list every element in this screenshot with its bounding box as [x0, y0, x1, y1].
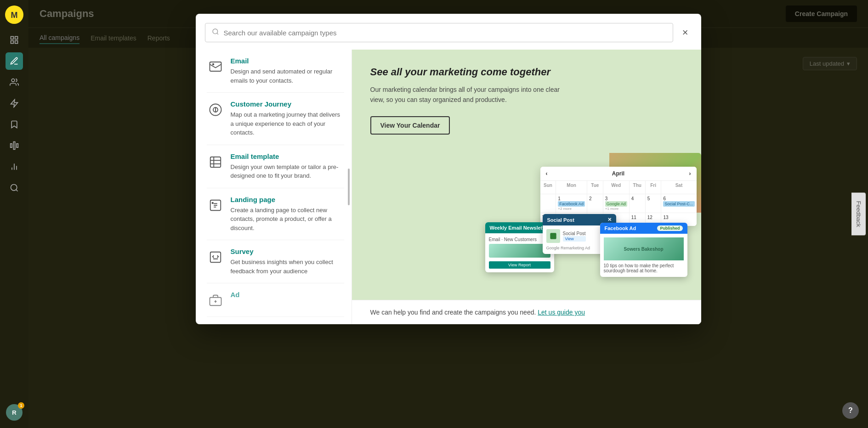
- social-card-header: Social Post ✕: [543, 214, 616, 225]
- sidebar-item-campaigns[interactable]: [6, 52, 23, 70]
- social-post-card: Social Post ✕ Social Post: [543, 214, 616, 254]
- svg-rect-5: [11, 41, 14, 44]
- template-type-text: Email template Design your own template …: [231, 152, 344, 180]
- fb-card-description: 10 tips on how to make the perfect sourd…: [604, 263, 684, 273]
- guide-link[interactable]: Let us guide you: [538, 309, 585, 316]
- svg-rect-32: [550, 233, 556, 239]
- cal-day-fri: Fri: [646, 181, 661, 194]
- cal-day-sat: Sat: [661, 181, 696, 194]
- social-card-extra: Google Remarketing Ad: [546, 246, 613, 250]
- landing-icon: [207, 197, 224, 214]
- modal-right-panel: See all your marketing come together Our…: [352, 50, 701, 324]
- svg-point-6: [11, 79, 15, 82]
- social-card-close-icon[interactable]: ✕: [607, 217, 612, 223]
- search-input-wrap: [205, 23, 673, 42]
- modal-body: Email Design and send automated or regul…: [196, 42, 701, 324]
- sidebar-item-search[interactable]: [6, 179, 23, 197]
- modal-search-bar: ×: [196, 14, 701, 42]
- svg-rect-2: [11, 37, 14, 39]
- promo-heading: See all your marketing come together: [370, 66, 563, 78]
- weekly-view-report-button[interactable]: View Report: [489, 261, 550, 269]
- campaign-type-email[interactable]: Email Design and send automated or regul…: [207, 50, 344, 93]
- promo-content: See all your marketing come together Our…: [370, 66, 563, 135]
- sidebar-item-reports[interactable]: [6, 158, 23, 175]
- sidebar-item-content[interactable]: [6, 116, 23, 133]
- facebook-ad-card: Facebook Ad Published Sowers Bakeshop 10…: [600, 223, 687, 277]
- scroll-indicator: [348, 169, 350, 205]
- svg-marker-7: [11, 100, 18, 107]
- social-card-body: Social Post View Google Remarketing Ad: [543, 225, 616, 254]
- fb-card-body: Sowers Bakeshop 10 tips on how to make t…: [600, 234, 687, 277]
- promo-body: Our marketing calendar brings all of you…: [370, 84, 563, 105]
- weekly-card-header: Weekly Email Newsletter: [485, 222, 554, 233]
- campaign-type-template[interactable]: Email template Design your own template …: [207, 145, 344, 188]
- svg-text:M: M: [11, 11, 18, 20]
- svg-point-19: [212, 64, 214, 65]
- modal-overlay[interactable]: × Email Design and sen: [28, 0, 868, 428]
- svg-rect-3: [15, 37, 18, 39]
- modal-close-button[interactable]: ×: [679, 26, 692, 39]
- social-card-type: Social Post: [563, 231, 586, 236]
- cal-day-thu: Thu: [630, 181, 645, 194]
- view-calendar-button[interactable]: View Your Calendar: [370, 116, 450, 135]
- avatar-initials: R: [12, 409, 16, 416]
- sidebar-item-integrations[interactable]: [6, 137, 23, 154]
- campaign-type-landing[interactable]: Landing page Create a landing page to co…: [207, 188, 344, 241]
- avatar[interactable]: R 1: [6, 404, 23, 421]
- weekly-email-card: Weekly Email Newsletter Email · New Cust…: [485, 222, 554, 272]
- svg-rect-8: [11, 144, 12, 147]
- email-type-text: Email Design and send automated or regul…: [231, 57, 344, 85]
- modal: × Email Design and sen: [196, 14, 701, 324]
- cal-grid: Sun Mon Tue Wed Thu Fri Sat 1Facebook Ad…: [540, 181, 697, 226]
- food-photo: [609, 153, 701, 213]
- cal-day-mon: Mon: [556, 181, 587, 194]
- social-post-title: Social Post: [547, 217, 574, 223]
- campaign-type-survey[interactable]: Survey Get business insights when you co…: [207, 240, 344, 283]
- cal-month-label: April: [612, 170, 624, 177]
- sidebar-item-dashboard[interactable]: [6, 31, 23, 49]
- svg-line-15: [16, 190, 18, 191]
- svg-rect-21: [210, 157, 221, 167]
- landing-type-text: Landing page Create a landing page to co…: [231, 196, 344, 233]
- help-button[interactable]: ?: [842, 402, 859, 419]
- sidebar-item-audience[interactable]: [6, 73, 23, 91]
- svg-point-14: [11, 185, 17, 191]
- social-card-thumb: [546, 229, 560, 243]
- campaign-type-ad[interactable]: Ad: [207, 283, 344, 317]
- guide-text: We can help you find and create the camp…: [370, 309, 536, 316]
- facebook-ad-title: Facebook Ad: [605, 225, 636, 231]
- sidebar: M R 1: [0, 0, 28, 428]
- logo[interactable]: M: [5, 6, 23, 24]
- template-icon: [207, 153, 224, 171]
- journey-icon: [207, 101, 224, 118]
- survey-type-text: Survey Get business insights when you co…: [231, 248, 344, 276]
- ad-type-text: Ad: [231, 291, 240, 301]
- email-icon: [207, 58, 224, 75]
- search-input[interactable]: [224, 29, 666, 37]
- sidebar-item-automations[interactable]: [6, 95, 23, 112]
- survey-icon: [207, 248, 224, 266]
- avatar-badge: 1: [18, 402, 24, 409]
- svg-rect-27: [210, 252, 221, 263]
- svg-rect-10: [13, 142, 15, 150]
- fb-card-header: Facebook Ad Published: [600, 223, 687, 234]
- journey-type-text: Customer Journey Map out a marketing jou…: [231, 100, 344, 137]
- fb-card-image: Sowers Bakeshop: [604, 237, 684, 260]
- feedback-tab[interactable]: Feedback: [851, 192, 866, 235]
- campaign-type-journey[interactable]: Customer Journey Map out a marketing jou…: [207, 93, 344, 145]
- svg-rect-4: [15, 41, 18, 44]
- cal-next-icon: ›: [689, 170, 691, 177]
- weekly-card-image: [489, 244, 550, 258]
- modal-guide-strip: We can help you find and create the camp…: [352, 300, 701, 324]
- svg-line-17: [217, 33, 218, 34]
- svg-rect-18: [210, 62, 221, 71]
- svg-rect-9: [17, 144, 18, 147]
- svg-point-26: [212, 202, 213, 203]
- calendar-mockup: ‹ April › Sun Mon Tue Wed Thu Fri: [471, 153, 701, 300]
- cal-prev-icon: ‹: [546, 170, 548, 177]
- svg-point-16: [213, 29, 218, 34]
- fb-published-badge: Published: [657, 225, 682, 231]
- cal-day-tue: Tue: [587, 181, 603, 194]
- ad-icon: [207, 292, 224, 309]
- cal-day-sun: Sun: [540, 181, 556, 194]
